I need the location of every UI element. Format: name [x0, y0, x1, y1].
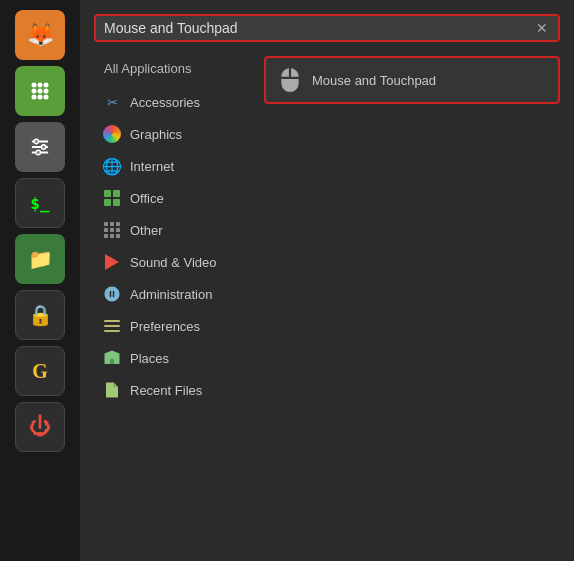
svg-rect-20 — [110, 222, 114, 226]
preferences-icon — [102, 316, 122, 336]
svg-point-14 — [36, 150, 41, 155]
category-sound-video[interactable]: Sound & Video — [94, 247, 254, 277]
search-clear-button[interactable]: ✕ — [534, 20, 550, 36]
svg-point-1 — [38, 83, 43, 88]
svg-rect-19 — [104, 222, 108, 226]
svg-rect-27 — [116, 234, 120, 238]
result-mouse-touchpad[interactable]: Mouse and Touchpad — [264, 56, 560, 104]
content-row: All Applications ✂ Accessories Graphics … — [94, 56, 560, 547]
grammarly-icon[interactable]: G — [15, 346, 65, 396]
svg-rect-29 — [104, 325, 120, 327]
mouse-touchpad-icon — [276, 66, 304, 94]
svg-rect-15 — [104, 190, 111, 197]
category-places[interactable]: Places — [94, 343, 254, 373]
svg-rect-18 — [113, 199, 120, 206]
category-preferences[interactable]: Preferences — [94, 311, 254, 341]
svg-point-8 — [44, 95, 49, 100]
results-panel: Mouse and Touchpad — [264, 56, 560, 547]
svg-rect-21 — [116, 222, 120, 226]
category-accessories[interactable]: ✂ Accessories — [94, 87, 254, 117]
power-icon[interactable]: ⏻ — [15, 402, 65, 452]
sound-video-icon — [102, 252, 122, 272]
svg-point-6 — [32, 95, 37, 100]
sidebar: 🦊 $_ 📁 🔒 G ⏻ — [0, 0, 80, 561]
main-panel: ✕ All Applications ✂ Accessories Graphic… — [80, 0, 574, 561]
category-graphics[interactable]: Graphics — [94, 119, 254, 149]
firefox-icon[interactable]: 🦊 — [15, 10, 65, 60]
svg-rect-23 — [110, 228, 114, 232]
search-bar: ✕ — [94, 14, 560, 42]
administration-icon — [102, 284, 122, 304]
terminal-icon[interactable]: $_ — [15, 178, 65, 228]
graphics-icon — [102, 124, 122, 144]
svg-point-0 — [32, 83, 37, 88]
svg-rect-22 — [104, 228, 108, 232]
category-internet[interactable]: 🌐 Internet — [94, 151, 254, 181]
recent-files-icon — [102, 380, 122, 400]
grid-icon[interactable] — [15, 66, 65, 116]
svg-point-2 — [44, 83, 49, 88]
internet-icon: 🌐 — [102, 156, 122, 176]
svg-rect-26 — [110, 234, 114, 238]
search-input[interactable] — [104, 20, 534, 36]
svg-point-12 — [34, 139, 39, 144]
svg-rect-16 — [113, 190, 120, 197]
svg-rect-17 — [104, 199, 111, 206]
svg-rect-25 — [104, 234, 108, 238]
other-icon — [102, 220, 122, 240]
svg-rect-28 — [104, 320, 120, 322]
files-icon[interactable]: 📁 — [15, 234, 65, 284]
svg-rect-30 — [104, 330, 120, 332]
svg-point-3 — [32, 89, 37, 94]
svg-point-4 — [38, 89, 43, 94]
category-office[interactable]: Office — [94, 183, 254, 213]
category-all[interactable]: All Applications — [94, 56, 254, 81]
category-administration[interactable]: Administration — [94, 279, 254, 309]
accessories-icon: ✂ — [102, 92, 122, 112]
ui-settings-icon[interactable] — [15, 122, 65, 172]
svg-point-13 — [41, 145, 46, 150]
category-recent-files[interactable]: Recent Files — [94, 375, 254, 405]
categories-panel: All Applications ✂ Accessories Graphics … — [94, 56, 254, 547]
svg-point-5 — [44, 89, 49, 94]
lock-icon[interactable]: 🔒 — [15, 290, 65, 340]
places-icon — [102, 348, 122, 368]
office-icon — [102, 188, 122, 208]
svg-point-7 — [38, 95, 43, 100]
svg-rect-24 — [116, 228, 120, 232]
category-other[interactable]: Other — [94, 215, 254, 245]
